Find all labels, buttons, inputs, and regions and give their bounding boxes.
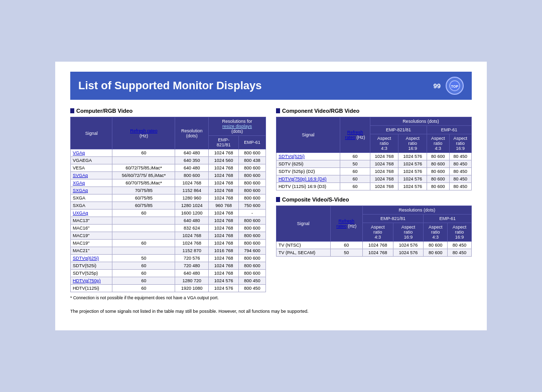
table-row: TV (PAL, SECAM) <box>277 249 331 257</box>
table-row: MAC21" <box>71 247 112 255</box>
right-section: Component Video/RGB Video Signal Refresh… <box>276 108 472 301</box>
page-title: List of Supported Monitor Displays <box>78 79 261 92</box>
computer-rgb-title: Computer/RGB Video <box>70 108 266 114</box>
table-row: XGAg <box>71 179 112 187</box>
table-row: SDTV(525p) <box>71 270 112 277</box>
component-rgb-table: Signal Refreshrateo (Hz) Resolutions (do… <box>276 117 472 190</box>
table-row: UXGAg <box>71 210 112 217</box>
table-row: VESA <box>71 164 112 172</box>
table-row: MAC19" <box>71 240 112 247</box>
page-container: List of Supported Monitor Displays 99 TO… <box>55 62 487 330</box>
comp-aspect169-61-header: Aspectratio16:9 <box>449 134 472 153</box>
comp2-resolutions-header: Resolutions (dots) <box>362 206 471 215</box>
composite-svideo-table: Signal Refreshrateo (Hz) Resolutions (do… <box>276 206 472 257</box>
emp61-header: EMP-61 <box>239 136 266 149</box>
comp2-aspect43-header: Aspectratio4:3 <box>362 223 393 242</box>
comp2-aspect169-61-header: Aspectratio16:9 <box>448 223 472 242</box>
table-row: VGAEGA <box>71 157 112 164</box>
table-row: SDTV (625i) <box>277 160 340 168</box>
table-row: SVGAg <box>71 172 112 179</box>
table-row: MAC19" <box>71 232 112 240</box>
page-number: 99 <box>434 82 441 90</box>
table-row: SXGA <box>71 202 112 210</box>
comp-resolutions-header: Resolutions (dots) <box>370 117 471 126</box>
comp2-emp61-header: EMP-61 <box>424 215 472 223</box>
emp821-header: EMP-821/81 <box>209 136 239 149</box>
table-row: SXGA <box>71 194 112 202</box>
table-row: MAC16" <box>71 225 112 232</box>
computer-rgb-table: Signal Refresh rateo(Hz) Resolution(dots… <box>70 117 266 292</box>
table-row: TV (NTSC) <box>277 242 331 249</box>
comp2-aspect169-header: Aspectratio16:9 <box>393 223 424 242</box>
bottom-note: The projection of some signals not liste… <box>70 308 472 315</box>
comp-aspect169-header: Aspectratio16:9 <box>398 134 427 153</box>
table-row: HDTVg(750p) <box>71 277 112 285</box>
comp2-signal-header: Signal <box>277 206 331 242</box>
table-row: HDTV(1125i) <box>71 285 112 292</box>
table-row: SDTV (525p) (D2) <box>277 168 340 175</box>
composite-svideo-title: Composite Video/S-Video <box>276 197 472 203</box>
page-header: List of Supported Monitor Displays 99 TO… <box>70 72 472 100</box>
table-row: HDTVg(750p) 16:9 (D4) <box>277 175 340 183</box>
table-row: SDTV(525i) <box>71 262 112 270</box>
table-row: SDTVg(625i) <box>71 255 112 262</box>
footnote: * Connection is not possible if the equi… <box>70 295 266 301</box>
resize-header: Resolutions forresize displays(dots) <box>209 117 266 136</box>
header-right: 99 TOP <box>429 77 464 95</box>
comp-aspect43-61-header: Aspectratio4:3 <box>427 134 449 153</box>
comp-emp61-header: EMP-61 <box>427 126 472 134</box>
comp-emp821-header: EMP-821/81 <box>370 126 427 134</box>
comp2-aspect43-61-header: Aspectratio4:3 <box>424 223 448 242</box>
content-area: Computer/RGB Video Signal Refresh rateo(… <box>70 108 472 301</box>
table-row: MAC13" <box>71 217 112 225</box>
refresh-header: Refresh rateo(Hz) <box>112 117 175 149</box>
comp-signal-header: Signal <box>277 117 340 153</box>
table-row: SXGAg <box>71 187 112 194</box>
comp-aspect43-header: Aspectratio4:3 <box>370 134 398 153</box>
signal-header: Signal <box>71 117 112 149</box>
svg-text:TOP: TOP <box>451 85 459 88</box>
table-row: SDTVg(525i) <box>277 153 340 160</box>
resolution-header: Resolution(dots) <box>175 117 209 149</box>
computer-rgb-section: Computer/RGB Video Signal Refresh rateo(… <box>70 108 266 301</box>
top-icon[interactable]: TOP <box>446 77 464 95</box>
table-row: VGAg <box>71 149 112 157</box>
comp2-refresh-header: Refreshrateo (Hz) <box>330 206 362 242</box>
table-row: HDTV (1125i) 16:9 (D3) <box>277 183 340 190</box>
component-rgb-title: Component Video/RGB Video <box>276 108 472 114</box>
comp-refresh-header: Refreshrateo (Hz) <box>340 117 370 153</box>
comp2-emp821-header: EMP-821/81 <box>362 215 424 223</box>
